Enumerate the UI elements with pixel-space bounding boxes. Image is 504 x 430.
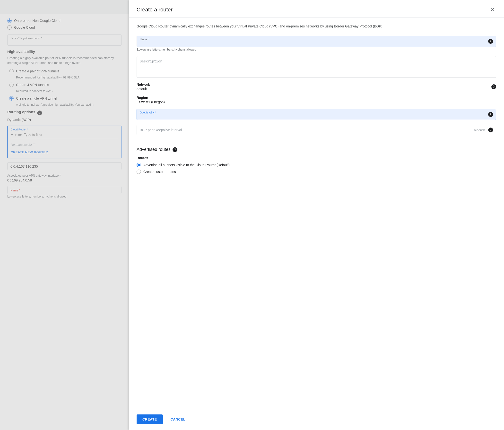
modal-body: Google Cloud Router dynamically exchange… [129,18,504,411]
advertised-routes-help-icon[interactable]: ? [172,147,177,152]
name-field-container: Name * encc-gcp-vpn-cloud-router-1 ? [136,36,496,47]
network-label: Network [136,83,150,87]
bgp-keepalive-form-field: seconds ? [136,125,496,135]
create-button[interactable]: CREATE [136,414,163,424]
network-info-row: Network default ? [136,83,496,91]
divider [136,141,496,141]
bgp-keepalive-field: seconds ? [136,125,496,135]
bgp-help-icon[interactable]: ? [488,127,493,132]
modal-description: Google Cloud Router dynamically exchange… [136,24,496,29]
adv-route-option-custom[interactable]: Create custom routes [136,170,496,174]
advertised-routes-section: Advertised routes ? Routes Advertise all… [136,147,496,174]
description-textarea[interactable] [140,59,493,74]
modal: Create a router ✕ Google Cloud Router dy… [129,0,504,430]
adv-route-label-custom: Create custom routes [143,170,176,174]
network-with-help: Network default ? [136,83,496,91]
name-field-input[interactable]: encc-gcp-vpn-cloud-router-1 [140,41,485,45]
google-asn-help-icon[interactable]: ? [488,112,493,117]
modal-footer: CREATE CANCEL [129,411,504,430]
cancel-button[interactable]: CANCEL [167,414,189,424]
name-form-field: Name * encc-gcp-vpn-cloud-router-1 ? Low… [136,36,496,51]
google-asn-label: Google ASN * [140,111,485,114]
routes-label: Routes [136,156,496,160]
region-info-row: Region us-west1 (Oregon) [136,96,496,104]
description-textarea-container [136,56,496,78]
region-label: Region [136,96,496,100]
google-asn-form-field: Google ASN * 65010 ? [136,109,496,120]
network-help-icon[interactable]: ? [491,84,496,89]
bgp-suffix: seconds [474,128,485,132]
close-button[interactable]: ✕ [488,6,496,14]
overlay [0,0,129,430]
region-value: us-west1 (Oregon) [136,100,496,104]
modal-title: Create a router [136,7,172,13]
name-field-label: Name * [140,38,485,41]
network-value: default [136,87,150,91]
description-form-field [136,56,496,78]
bgp-keepalive-input[interactable] [140,128,477,132]
name-field-hint: Lowercase letters, numbers, hyphens allo… [136,48,496,51]
adv-route-option-all[interactable]: Advertise all subnets visible to the Clo… [136,163,496,167]
adv-route-label-all: Advertise all subnets visible to the Clo… [143,163,230,167]
advertised-routes-heading: Advertised routes ? [136,147,496,152]
google-asn-field-container: Google ASN * 65010 ? [136,109,496,120]
name-help-icon[interactable]: ? [488,39,493,44]
google-asn-input[interactable]: 65010 [140,114,485,118]
modal-header: Create a router ✕ [129,0,504,18]
